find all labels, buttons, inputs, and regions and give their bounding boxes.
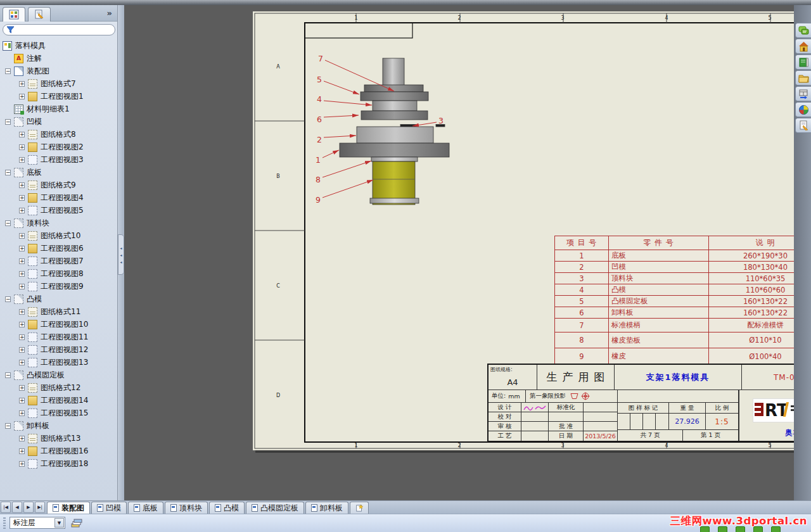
expander-plus-icon[interactable]: + [19, 182, 25, 188]
dropdown-arrow-icon[interactable]: ▼ [54, 518, 64, 528]
tree-item[interactable]: +图纸格式13 [0, 432, 118, 445]
view-palette-button[interactable] [795, 86, 811, 101]
expander-plus-icon[interactable]: + [19, 461, 25, 467]
tree-item[interactable]: −底板 [0, 166, 118, 179]
tree-item[interactable]: +图纸格式11 [0, 305, 118, 318]
expander-minus-icon[interactable]: − [5, 296, 11, 302]
add-sheet-tab[interactable] [350, 502, 369, 514]
tree-item[interactable]: +工程图视图6 [0, 242, 118, 255]
tree-item[interactable]: 注解 [0, 52, 118, 65]
tree-item[interactable]: −卸料板 [0, 419, 118, 432]
expander-plus-icon[interactable]: + [19, 334, 25, 340]
tree-item[interactable]: −凸模固定板 [0, 369, 118, 381]
expander-plus-icon[interactable]: + [19, 448, 25, 454]
tree-item[interactable]: +图纸格式7 [0, 77, 118, 90]
tab-feature-tree[interactable] [3, 7, 25, 22]
tree-item[interactable]: +工程图视图4 [0, 191, 118, 204]
tree-item[interactable]: +工程图视图3 [0, 153, 118, 166]
expander-plus-icon[interactable]: + [19, 284, 25, 289]
file-explorer-button[interactable] [795, 70, 811, 86]
expander-plus-icon[interactable]: + [19, 360, 25, 365]
tree-item[interactable]: +工程图视图2 [0, 141, 118, 153]
tree-item[interactable]: 材料明细表1 [0, 103, 118, 115]
home-button[interactable] [795, 39, 811, 54]
balloon-number[interactable]: 3 [438, 116, 444, 125]
tab-property-manager[interactable] [28, 7, 51, 22]
expander-plus-icon[interactable]: + [19, 322, 25, 327]
tree-item[interactable]: +工程图视图15 [0, 407, 118, 419]
prev-sheet-button[interactable]: ◀ [12, 502, 22, 513]
expander-plus-icon[interactable]: + [19, 94, 25, 99]
balloon-number[interactable]: 8 [316, 175, 321, 184]
tree-item[interactable]: −凸模 [0, 293, 118, 305]
last-sheet-button[interactable]: ▶| [35, 502, 45, 513]
tree-item[interactable]: +工程图视图12 [0, 343, 118, 356]
expander-plus-icon[interactable]: + [19, 347, 25, 353]
tree-item[interactable]: −装配图 [0, 65, 118, 77]
tree-item[interactable]: +工程图视图14 [0, 394, 118, 407]
expander-plus-icon[interactable]: + [19, 144, 25, 150]
tree-item[interactable]: +工程图视图11 [0, 331, 118, 343]
design-library-button[interactable] [795, 54, 811, 70]
expander-minus-icon[interactable]: − [5, 119, 11, 125]
custom-properties-button[interactable] [795, 118, 811, 133]
expander-plus-icon[interactable]: + [19, 81, 25, 87]
first-sheet-button[interactable]: |◀ [1, 502, 11, 513]
next-sheet-button[interactable]: ▶ [23, 502, 34, 513]
expander-plus-icon[interactable]: + [19, 208, 25, 213]
tree-item[interactable]: −顶料块 [0, 217, 118, 229]
tree-item[interactable]: +图纸格式10 [0, 229, 118, 242]
tree-item[interactable]: +工程图视图13 [0, 356, 118, 369]
balloon-number[interactable]: 2 [317, 135, 322, 144]
layer-properties-button[interactable] [70, 517, 84, 529]
tree-item[interactable]: −凹模 [0, 115, 118, 128]
expander-minus-icon[interactable]: − [5, 170, 11, 175]
expander-minus-icon[interactable]: − [5, 220, 11, 226]
expander-minus-icon[interactable]: − [5, 68, 11, 74]
expander-plus-icon[interactable]: + [19, 309, 25, 315]
balloon-number[interactable]: 9 [316, 195, 321, 205]
tree-item[interactable]: +工程图视图18 [0, 457, 118, 470]
sheet-tab-底板[interactable]: 底板 [128, 502, 163, 514]
sheet-tab-凹模[interactable]: 凹模 [91, 502, 127, 514]
panel-collapse-handle[interactable]: ◂ ◂ ◂ [118, 234, 124, 275]
tree-item[interactable]: +图纸格式9 [0, 179, 118, 191]
sheet-tab-凸模[interactable]: 凸模 [209, 502, 245, 514]
tree-item[interactable]: +图纸格式8 [0, 128, 118, 141]
graphics-viewport[interactable]: 112233445566AABBCCDD 754632189 项 目 号零 件 [124, 5, 794, 500]
panel-expand-chevron[interactable]: » [107, 8, 112, 18]
balloon-number[interactable]: 1 [316, 155, 321, 165]
balloon-number[interactable]: 5 [317, 75, 322, 84]
expander-plus-icon[interactable]: + [19, 132, 25, 137]
expander-plus-icon[interactable]: + [19, 157, 25, 163]
drawing-sheet[interactable]: 112233445566AABBCCDD 754632189 项 目 号零 件 [253, 11, 811, 450]
balloon-number[interactable]: 7 [318, 54, 323, 63]
expander-plus-icon[interactable]: + [19, 398, 25, 403]
comments-button[interactable] [795, 23, 811, 38]
expander-plus-icon[interactable]: + [19, 195, 25, 201]
sheet-tab-装配图[interactable]: 装配图 [47, 502, 90, 514]
sheet-tab-顶料块[interactable]: 顶料块 [165, 502, 208, 514]
expander-plus-icon[interactable]: + [19, 410, 25, 416]
layer-dropdown[interactable]: 标注层 ▼ [10, 517, 65, 529]
bom-table[interactable]: 项 目 号零 件 号说 明数 量1底板260*190*3012凹模180*130… [554, 236, 811, 365]
expander-plus-icon[interactable]: + [19, 246, 25, 251]
sheet-tab-凸模固定板[interactable]: 凸模固定板 [246, 502, 304, 514]
tree-item[interactable]: +工程图视图16 [0, 445, 118, 457]
tree-item[interactable]: +工程图视图8 [0, 267, 118, 280]
balloon-number[interactable]: 4 [317, 94, 322, 104]
tree-item[interactable]: +图纸格式12 [0, 381, 118, 394]
expander-plus-icon[interactable]: + [19, 436, 25, 441]
panel-splitter[interactable]: ◂ ◂ ◂ [118, 5, 124, 500]
tree-item[interactable]: +工程图视图9 [0, 280, 118, 293]
tree-item[interactable]: +工程图视图7 [0, 255, 118, 267]
toolbar-grip[interactable] [3, 517, 6, 529]
tree-item[interactable]: +工程图视图5 [0, 204, 118, 217]
tree-filter-input[interactable] [3, 24, 115, 35]
tree-item[interactable]: +工程图视图1 [0, 90, 118, 103]
expander-minus-icon[interactable]: − [5, 423, 11, 429]
3d-content-button[interactable] [795, 102, 811, 117]
tree-item[interactable]: 落料模具 [0, 39, 118, 52]
expander-plus-icon[interactable]: + [19, 271, 25, 277]
expander-plus-icon[interactable]: + [19, 233, 25, 239]
